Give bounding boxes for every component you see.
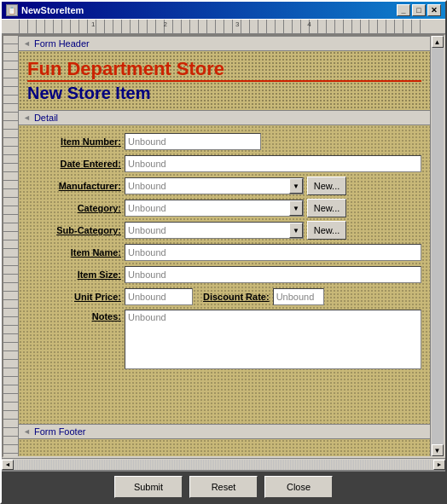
submit-button[interactable]: Submit: [114, 476, 183, 498]
item-size-input[interactable]: [125, 266, 421, 283]
manufacturer-value: Unbound: [125, 180, 289, 192]
vertical-scrollbar[interactable]: ▲ ▼: [430, 36, 444, 456]
hscroll-track[interactable]: [14, 460, 433, 470]
notes-row: Notes: Unbound: [27, 310, 421, 369]
subcategory-arrow[interactable]: ▼: [289, 223, 303, 238]
manufacturer-row: Manufacturer: Unbound ▼ New...: [27, 177, 421, 195]
scroll-down-button[interactable]: ▼: [432, 444, 444, 456]
item-size-label: Item Size:: [27, 269, 121, 280]
form-container: ◄ Form Header Fun Department Store New S…: [2, 34, 445, 458]
date-entered-label: Date Entered:: [27, 159, 121, 169]
subcategory-value: Unbound: [125, 224, 289, 236]
manufacturer-arrow[interactable]: ▼: [289, 178, 303, 194]
form-main: ◄ Form Header Fun Department Store New S…: [19, 36, 430, 456]
ruler-marks: 1 2 3 4: [19, 20, 311, 28]
scroll-right-button[interactable]: ►: [433, 460, 445, 470]
unit-price-input[interactable]: [125, 288, 193, 305]
horizontal-scrollbar[interactable]: ◄ ►: [2, 458, 445, 470]
unit-price-label: Unit Price:: [27, 292, 121, 302]
close-window-button[interactable]: ✕: [427, 4, 441, 16]
detail-label: Detail: [34, 113, 58, 123]
discount-rate-label: Discount Rate:: [203, 292, 270, 302]
form-header-area: Fun Department Store New Store Item: [19, 51, 430, 110]
form-footer-section: ◄ Form Footer: [19, 424, 430, 439]
title-bar-left: 📋 NewStoreItem: [6, 4, 84, 16]
category-new-button[interactable]: New...: [307, 199, 346, 217]
bottom-buttons-bar: Submit Reset Close: [2, 470, 445, 502]
category-row: Category: Unbound ▼ New...: [27, 199, 421, 217]
window-title: NewStoreItem: [21, 5, 84, 15]
maximize-button[interactable]: □: [412, 4, 426, 16]
category-arrow[interactable]: ▼: [289, 200, 303, 216]
notes-input[interactable]: Unbound: [125, 310, 421, 369]
section-arrow-header: ◄: [23, 39, 31, 48]
notes-label: Notes:: [27, 310, 121, 322]
scroll-up-button[interactable]: ▲: [432, 36, 444, 48]
scroll-track[interactable]: [432, 48, 444, 444]
subcategory-dropdown[interactable]: Unbound ▼: [125, 222, 304, 239]
manufacturer-new-button[interactable]: New...: [307, 177, 346, 195]
section-arrow-detail: ◄: [23, 113, 31, 122]
window-icon: 📋: [6, 4, 18, 16]
bottom-area: ◄ ► Submit Reset Close: [2, 458, 445, 502]
title-buttons: _ □ ✕: [397, 4, 441, 16]
item-name-input[interactable]: [125, 244, 421, 261]
close-button[interactable]: Close: [264, 476, 333, 498]
category-label: Category:: [27, 203, 121, 213]
item-number-input[interactable]: [125, 133, 261, 150]
date-entered-row: Date Entered:: [27, 154, 421, 173]
item-number-label: Item Number:: [27, 136, 121, 147]
left-ruler: [3, 36, 19, 456]
price-row: Unit Price: Discount Rate:: [27, 287, 421, 306]
detail-area: Item Number: Date Entered: Manufacturer:…: [19, 125, 430, 424]
store-title: Fun Department Store: [27, 58, 421, 82]
minimize-button[interactable]: _: [397, 4, 410, 16]
subcategory-label: Sub-Category:: [27, 225, 121, 235]
reset-button[interactable]: Reset: [189, 476, 258, 498]
ruler: 1 2 3 4: [2, 19, 445, 34]
form-title: New Store Item: [27, 84, 421, 103]
category-value: Unbound: [125, 202, 289, 214]
item-number-row: Item Number:: [27, 132, 421, 151]
title-bar: 📋 NewStoreItem _ □ ✕: [2, 2, 445, 19]
manufacturer-label: Manufacturer:: [27, 181, 121, 191]
form-footer-area: [19, 439, 430, 456]
scroll-left-button[interactable]: ◄: [2, 460, 14, 470]
category-dropdown[interactable]: Unbound ▼: [125, 200, 304, 217]
date-entered-input[interactable]: [125, 155, 421, 172]
subcategory-row: Sub-Category: Unbound ▼ New...: [27, 221, 421, 240]
subcategory-new-button[interactable]: New...: [307, 221, 346, 240]
form-footer-label: Form Footer: [34, 426, 86, 437]
item-name-label: Item Name:: [27, 247, 121, 258]
main-window: 📋 NewStoreItem _ □ ✕ 1 2 3 4 ◄ Form Head…: [0, 0, 447, 504]
item-size-row: Item Size:: [27, 265, 421, 284]
detail-section: ◄ Detail: [19, 110, 430, 125]
discount-rate-input[interactable]: [273, 288, 324, 305]
form-header-label: Form Header: [34, 38, 90, 49]
section-arrow-footer: ◄: [23, 427, 31, 436]
manufacturer-dropdown[interactable]: Unbound ▼: [125, 177, 304, 194]
item-name-row: Item Name:: [27, 243, 421, 262]
form-header-section: ◄ Form Header: [19, 36, 430, 51]
